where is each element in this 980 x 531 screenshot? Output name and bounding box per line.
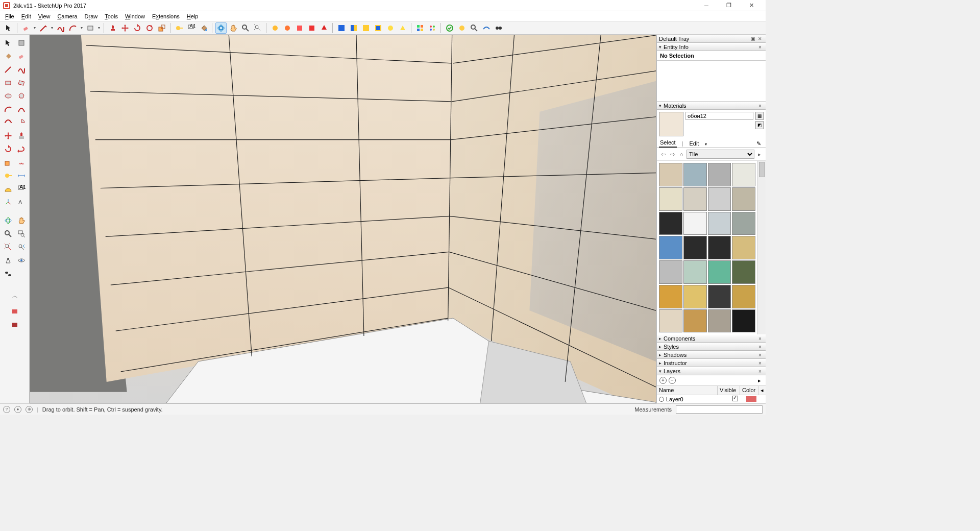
zoom-tool[interactable] xyxy=(240,22,251,34)
menu-draw[interactable]: Draw xyxy=(82,12,101,20)
lt-pan[interactable] xyxy=(15,214,28,227)
lt-ext-a[interactable] xyxy=(9,292,21,304)
paintbucket-tool[interactable] xyxy=(198,22,209,34)
lt-text[interactable]: A1 xyxy=(15,183,28,195)
panel-layers-head[interactable]: ▾Layers× xyxy=(657,367,766,375)
material-swatch[interactable] xyxy=(683,285,707,308)
style-3[interactable] xyxy=(360,22,372,34)
lt-pushpull[interactable] xyxy=(15,130,28,142)
menu-edit[interactable]: Edit xyxy=(18,12,34,20)
lt-makecomp[interactable] xyxy=(15,37,28,49)
style-5[interactable] xyxy=(385,22,396,34)
scale-tool[interactable] xyxy=(156,22,167,34)
lt-paint[interactable] xyxy=(2,50,14,62)
measurements-input[interactable] xyxy=(676,405,763,414)
lt-walk[interactable] xyxy=(2,268,14,280)
mat-home-icon[interactable]: ⌂ xyxy=(677,150,685,158)
ext-3[interactable] xyxy=(469,22,480,34)
menu-camera[interactable]: Camera xyxy=(54,12,80,20)
lt-polygon[interactable] xyxy=(15,90,28,102)
lt-look[interactable] xyxy=(15,254,28,267)
material-swatch[interactable] xyxy=(732,236,755,259)
vray-tool-2[interactable] xyxy=(282,22,293,34)
tray-close-icon[interactable]: ✕ xyxy=(756,35,764,42)
select-tool[interactable] xyxy=(3,22,14,34)
lt-section[interactable] xyxy=(15,268,28,280)
menu-view[interactable]: View xyxy=(35,12,54,20)
style-6[interactable] xyxy=(397,22,408,34)
followme-tool[interactable] xyxy=(144,22,155,34)
col-color[interactable]: Color xyxy=(740,386,758,395)
lt-zoomwin[interactable] xyxy=(15,228,28,240)
current-material-swatch[interactable] xyxy=(659,112,683,136)
zoom-extents-tool[interactable] xyxy=(252,22,263,34)
viewport-3d[interactable] xyxy=(30,35,656,403)
panel-close-icon[interactable]: × xyxy=(756,103,764,109)
arc-tool[interactable] xyxy=(67,22,79,34)
material-swatch[interactable] xyxy=(708,309,731,333)
move-tool[interactable] xyxy=(119,22,131,34)
material-swatch[interactable] xyxy=(732,212,755,235)
ext-5[interactable] xyxy=(493,22,504,34)
status-geo-icon[interactable]: ⊕ xyxy=(26,406,33,413)
material-swatch[interactable] xyxy=(683,260,707,284)
pushpull-tool[interactable] xyxy=(107,22,118,34)
material-swatch[interactable] xyxy=(683,236,707,259)
style-1[interactable] xyxy=(336,22,347,34)
eraser-tool[interactable] xyxy=(20,22,32,34)
panel-close-icon[interactable]: × xyxy=(756,344,764,350)
lt-camera[interactable] xyxy=(2,254,14,267)
material-swatch[interactable] xyxy=(659,236,682,259)
lt-offset[interactable] xyxy=(15,156,28,168)
lt-arc[interactable] xyxy=(2,103,14,115)
lt-zoom[interactable] xyxy=(2,228,14,240)
material-swatch[interactable] xyxy=(659,285,682,308)
style-4[interactable] xyxy=(373,22,384,34)
lt-axes[interactable] xyxy=(2,196,14,208)
layer-color-swatch[interactable] xyxy=(746,396,756,402)
panel-close-icon[interactable]: × xyxy=(756,336,764,342)
materials-tab-select[interactable]: Select xyxy=(659,138,677,148)
material-swatch[interactable] xyxy=(732,309,755,333)
lt-previous[interactable] xyxy=(15,241,28,253)
materials-tab-edit[interactable]: Edit xyxy=(688,139,700,148)
menu-help[interactable]: Help xyxy=(184,12,202,20)
lt-ext-c[interactable] xyxy=(9,319,21,331)
palette-1[interactable] xyxy=(414,22,426,34)
status-help-icon[interactable]: ? xyxy=(3,406,10,413)
panel-shadows-head[interactable]: ▸Shadows× xyxy=(657,351,766,359)
lt-3dtext[interactable]: A xyxy=(15,196,28,208)
remove-layer-icon[interactable]: − xyxy=(669,377,676,384)
vray-tool-3[interactable] xyxy=(294,22,305,34)
material-category-select[interactable]: Tile xyxy=(687,150,754,159)
menu-extensions[interactable]: Extensions xyxy=(149,12,183,20)
style-2[interactable] xyxy=(348,22,359,34)
col-name[interactable]: Name xyxy=(657,386,718,395)
material-swatch[interactable] xyxy=(732,285,755,308)
panel-styles-head[interactable]: ▸Styles× xyxy=(657,343,766,351)
eyedropper-icon[interactable]: ✎ xyxy=(755,139,764,148)
lt-line[interactable] xyxy=(2,63,14,76)
panel-close-icon[interactable]: × xyxy=(756,369,764,374)
lt-tape[interactable] xyxy=(2,170,14,182)
lt-orbit[interactable] xyxy=(2,214,14,227)
panel-close-icon[interactable]: × xyxy=(756,352,764,358)
lt-followme[interactable] xyxy=(15,143,28,155)
material-swatch[interactable] xyxy=(659,163,682,186)
menu-file[interactable]: File xyxy=(2,12,17,20)
lt-rotrect[interactable] xyxy=(15,77,28,89)
layers-menu-icon[interactable]: ▸ xyxy=(756,377,763,384)
material-swatch[interactable] xyxy=(659,260,682,284)
lt-circle[interactable] xyxy=(2,90,14,102)
panel-entity-info-head[interactable]: ▾ Entity Info × xyxy=(657,43,766,51)
freehand-tool[interactable] xyxy=(55,22,66,34)
rectangle-tool[interactable] xyxy=(85,22,96,34)
lt-eraser[interactable] xyxy=(15,50,28,62)
mat-menu-icon[interactable]: ▸ xyxy=(755,150,764,158)
mat-fwd-icon[interactable]: ⇨ xyxy=(668,150,676,158)
palette-2[interactable] xyxy=(427,22,438,34)
lt-rotate[interactable] xyxy=(2,143,14,155)
material-swatch[interactable] xyxy=(683,187,707,211)
default-material-icon[interactable]: ◩ xyxy=(755,121,764,129)
lt-dimension[interactable] xyxy=(15,170,28,182)
